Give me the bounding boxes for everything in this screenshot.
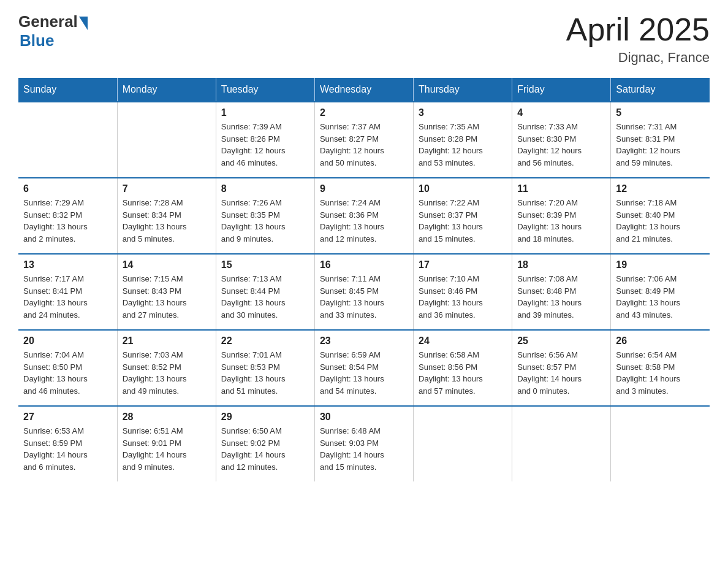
day-number: 12 [616,183,705,194]
day-number: 21 [123,335,211,347]
calendar-cell: 20Sunrise: 7:04 AM Sunset: 8:50 PM Dayli… [18,330,117,406]
calendar-location: Dignac, France [566,50,710,66]
calendar-header: SundayMondayTuesdayWednesdayThursdayFrid… [18,78,710,102]
day-info: Sunrise: 7:11 AM Sunset: 8:45 PM Dayligh… [320,273,408,321]
weekday-header-monday: Monday [117,78,216,102]
calendar-cell: 16Sunrise: 7:11 AM Sunset: 8:45 PM Dayli… [314,254,413,330]
logo-blue-text: Blue [20,31,54,50]
calendar-cell: 22Sunrise: 7:01 AM Sunset: 8:53 PM Dayli… [216,330,314,406]
calendar-cell: 11Sunrise: 7:20 AM Sunset: 8:39 PM Dayli… [512,178,611,254]
day-info: Sunrise: 7:39 AM Sunset: 8:26 PM Dayligh… [221,121,309,169]
calendar-cell: 4Sunrise: 7:33 AM Sunset: 8:30 PM Daylig… [512,102,611,178]
day-info: Sunrise: 6:51 AM Sunset: 9:01 PM Dayligh… [123,425,211,473]
calendar-cell: 26Sunrise: 6:54 AM Sunset: 8:58 PM Dayli… [611,330,710,406]
calendar-table: SundayMondayTuesdayWednesdayThursdayFrid… [18,78,710,481]
day-number: 25 [517,335,605,347]
calendar-cell: 10Sunrise: 7:22 AM Sunset: 8:37 PM Dayli… [414,178,512,254]
day-number: 29 [221,412,309,423]
day-info: Sunrise: 7:28 AM Sunset: 8:34 PM Dayligh… [123,197,211,245]
calendar-week-3: 13Sunrise: 7:17 AM Sunset: 8:41 PM Dayli… [18,254,710,330]
calendar-cell: 29Sunrise: 6:50 AM Sunset: 9:02 PM Dayli… [216,406,314,481]
weekday-header-sunday: Sunday [18,78,117,102]
day-number: 26 [616,335,705,347]
calendar-cell: 5Sunrise: 7:31 AM Sunset: 8:31 PM Daylig… [611,102,710,178]
day-number: 7 [123,183,211,194]
day-info: Sunrise: 7:08 AM Sunset: 8:48 PM Dayligh… [517,273,605,321]
day-info: Sunrise: 6:53 AM Sunset: 8:59 PM Dayligh… [23,425,112,473]
day-number: 6 [23,183,112,194]
calendar-week-5: 27Sunrise: 6:53 AM Sunset: 8:59 PM Dayli… [18,406,710,481]
logo-arrow-icon [79,17,88,30]
calendar-cell: 30Sunrise: 6:48 AM Sunset: 9:03 PM Dayli… [314,406,413,481]
page-header: General Blue April 2025 Dignac, France [18,12,710,66]
calendar-cell: 3Sunrise: 7:35 AM Sunset: 8:28 PM Daylig… [414,102,512,178]
day-number: 17 [419,259,507,270]
calendar-cell: 9Sunrise: 7:24 AM Sunset: 8:36 PM Daylig… [314,178,413,254]
calendar-cell: 23Sunrise: 6:59 AM Sunset: 8:54 PM Dayli… [314,330,413,406]
day-number: 1 [221,107,309,118]
day-info: Sunrise: 6:50 AM Sunset: 9:02 PM Dayligh… [221,425,309,473]
day-info: Sunrise: 7:33 AM Sunset: 8:30 PM Dayligh… [517,121,605,169]
calendar-cell: 14Sunrise: 7:15 AM Sunset: 8:43 PM Dayli… [117,254,216,330]
calendar-cell: 13Sunrise: 7:17 AM Sunset: 8:41 PM Dayli… [18,254,117,330]
weekday-header-thursday: Thursday [414,78,512,102]
day-number: 18 [517,259,605,270]
day-number: 19 [616,259,705,270]
weekday-header-wednesday: Wednesday [314,78,413,102]
day-info: Sunrise: 7:13 AM Sunset: 8:44 PM Dayligh… [221,273,309,321]
day-info: Sunrise: 7:31 AM Sunset: 8:31 PM Dayligh… [616,121,705,169]
day-info: Sunrise: 7:29 AM Sunset: 8:32 PM Dayligh… [23,197,112,245]
day-number: 9 [320,183,408,194]
calendar-cell: 28Sunrise: 6:51 AM Sunset: 9:01 PM Dayli… [117,406,216,481]
day-number: 15 [221,259,309,270]
day-info: Sunrise: 7:20 AM Sunset: 8:39 PM Dayligh… [517,197,605,245]
day-info: Sunrise: 7:26 AM Sunset: 8:35 PM Dayligh… [221,197,309,245]
calendar-cell: 1Sunrise: 7:39 AM Sunset: 8:26 PM Daylig… [216,102,314,178]
day-info: Sunrise: 7:15 AM Sunset: 8:43 PM Dayligh… [123,273,211,321]
calendar-cell: 24Sunrise: 6:58 AM Sunset: 8:56 PM Dayli… [414,330,512,406]
calendar-cell [611,406,710,481]
day-number: 22 [221,335,309,347]
calendar-cell: 21Sunrise: 7:03 AM Sunset: 8:52 PM Dayli… [117,330,216,406]
weekday-header-friday: Friday [512,78,611,102]
logo: General Blue [18,12,88,50]
day-number: 28 [123,412,211,423]
day-number: 4 [517,107,605,118]
calendar-cell [512,406,611,481]
logo-general-text: General [18,12,78,31]
calendar-cell: 15Sunrise: 7:13 AM Sunset: 8:44 PM Dayli… [216,254,314,330]
day-info: Sunrise: 7:10 AM Sunset: 8:46 PM Dayligh… [419,273,507,321]
day-number: 13 [23,259,112,270]
calendar-week-2: 6Sunrise: 7:29 AM Sunset: 8:32 PM Daylig… [18,178,710,254]
day-number: 23 [320,335,408,347]
day-number: 10 [419,183,507,194]
day-info: Sunrise: 6:58 AM Sunset: 8:56 PM Dayligh… [419,349,507,397]
calendar-cell [117,102,216,178]
day-number: 8 [221,183,309,194]
weekday-header-saturday: Saturday [611,78,710,102]
day-number: 3 [419,107,507,118]
calendar-cell: 6Sunrise: 7:29 AM Sunset: 8:32 PM Daylig… [18,178,117,254]
calendar-cell: 2Sunrise: 7:37 AM Sunset: 8:27 PM Daylig… [314,102,413,178]
day-number: 16 [320,259,408,270]
day-number: 11 [517,183,605,194]
day-info: Sunrise: 7:22 AM Sunset: 8:37 PM Dayligh… [419,197,507,245]
calendar-cell: 19Sunrise: 7:06 AM Sunset: 8:49 PM Dayli… [611,254,710,330]
day-info: Sunrise: 6:54 AM Sunset: 8:58 PM Dayligh… [616,349,705,397]
day-info: Sunrise: 7:18 AM Sunset: 8:40 PM Dayligh… [616,197,705,245]
day-info: Sunrise: 7:37 AM Sunset: 8:27 PM Dayligh… [320,121,408,169]
day-info: Sunrise: 7:06 AM Sunset: 8:49 PM Dayligh… [616,273,705,321]
calendar-cell: 27Sunrise: 6:53 AM Sunset: 8:59 PM Dayli… [18,406,117,481]
calendar-cell [18,102,117,178]
day-info: Sunrise: 6:48 AM Sunset: 9:03 PM Dayligh… [320,425,408,473]
calendar-title: April 2025 [566,12,710,47]
day-info: Sunrise: 7:17 AM Sunset: 8:41 PM Dayligh… [23,273,112,321]
calendar-week-4: 20Sunrise: 7:04 AM Sunset: 8:50 PM Dayli… [18,330,710,406]
day-info: Sunrise: 7:01 AM Sunset: 8:53 PM Dayligh… [221,349,309,397]
calendar-week-1: 1Sunrise: 7:39 AM Sunset: 8:26 PM Daylig… [18,102,710,178]
day-number: 14 [123,259,211,270]
calendar-cell [414,406,512,481]
day-number: 20 [23,335,112,347]
day-number: 24 [419,335,507,347]
day-number: 5 [616,107,705,118]
